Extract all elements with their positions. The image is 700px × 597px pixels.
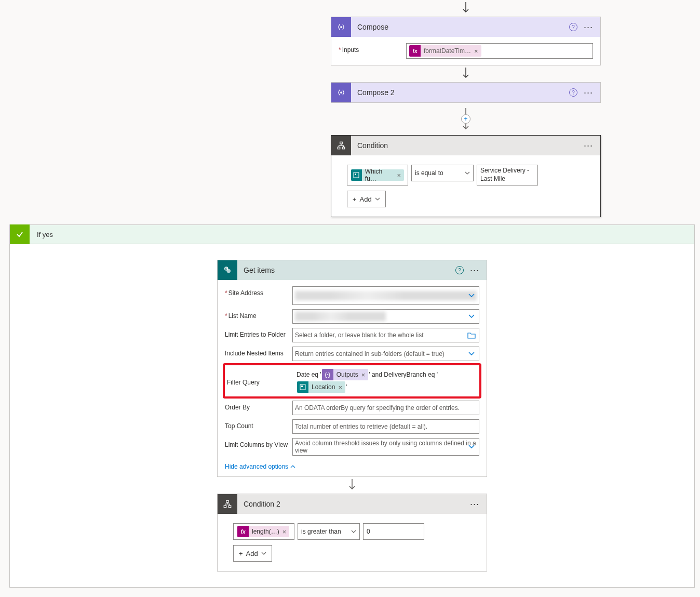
condition2-title: Condition 2 — [237, 500, 469, 508]
chevron-down-icon — [261, 552, 266, 555]
token-remove-icon[interactable]: × — [397, 171, 404, 179]
token-remove-icon[interactable]: × — [282, 528, 290, 536]
compose-title: Compose — [351, 23, 569, 31]
condition-icon — [331, 136, 351, 155]
filter-query-field[interactable]: Date eq ' {·} Outputs × ' and DeliveryBr… — [294, 367, 477, 394]
token-remove-icon[interactable]: × — [338, 383, 345, 391]
condition-operator[interactable]: is equal to — [411, 165, 474, 181]
compose-action: Compose ? ··· *Inputs fx formatDateTim… … — [331, 17, 601, 65]
forms-icon — [351, 169, 362, 181]
condition-icon — [218, 494, 237, 514]
condition-title: Condition — [351, 141, 583, 150]
if-yes-header[interactable]: If yes — [9, 224, 695, 244]
order-by-label: Order By — [225, 401, 292, 411]
condition2-operator[interactable]: is greater than — [298, 523, 360, 540]
site-address-label: *Site Address — [225, 286, 292, 297]
get-items-title: Get items — [237, 266, 455, 274]
list-name-field[interactable] — [292, 309, 479, 324]
chevron-down-icon — [468, 314, 475, 319]
condition2-header[interactable]: Condition 2 ··· — [218, 494, 487, 514]
condition-header[interactable]: Condition ··· — [331, 136, 600, 155]
svg-point-16 — [227, 269, 231, 273]
action-menu-icon[interactable]: ··· — [469, 499, 480, 510]
action-menu-icon[interactable]: ··· — [469, 265, 480, 276]
include-nested-field[interactable]: Return entries contained in sub-folders … — [292, 347, 479, 361]
top-count-field[interactable]: Total number of entries to retrieve (def… — [292, 419, 479, 434]
compose-header[interactable]: Compose ? ··· — [331, 17, 600, 37]
compose2-title: Compose 2 — [351, 88, 569, 97]
chevron-down-icon — [468, 445, 475, 449]
sharepoint-icon: S — [218, 260, 237, 280]
condition-left-value[interactable]: Which fu… × — [347, 165, 408, 185]
chevron-down-icon — [468, 294, 475, 298]
svg-rect-21 — [226, 500, 229, 502]
svg-rect-6 — [340, 142, 343, 144]
condition2-right-value[interactable]: 0 — [363, 523, 424, 540]
get-items-action: S Get items ? ··· *Site Address — [217, 260, 487, 477]
expression-token[interactable]: fx length(…) × — [237, 526, 289, 537]
svg-rect-8 — [342, 147, 345, 149]
location-token[interactable]: Location × — [297, 381, 345, 393]
expression-token[interactable]: fx formatDateTim… × — [409, 45, 481, 57]
expression-icon: {·} — [322, 369, 333, 380]
plus-icon: + — [239, 550, 243, 558]
help-icon[interactable]: ? — [569, 23, 577, 31]
svg-point-3 — [340, 91, 342, 94]
compose-icon — [331, 83, 351, 102]
action-menu-icon[interactable]: ··· — [583, 87, 594, 98]
inputs-label: *Inputs — [339, 43, 406, 54]
add-condition-button[interactable]: + Add — [233, 545, 272, 562]
outputs-token[interactable]: {·} Outputs × — [322, 369, 369, 380]
svg-text:S: S — [225, 267, 227, 270]
if-yes-label: If yes — [30, 231, 53, 238]
chevron-down-icon — [468, 352, 475, 356]
svg-rect-22 — [224, 506, 226, 508]
help-icon[interactable]: ? — [569, 88, 577, 97]
compose2-header[interactable]: Compose 2 ? ··· — [331, 83, 600, 102]
svg-point-1 — [340, 26, 342, 28]
action-menu-icon[interactable]: ··· — [583, 22, 594, 33]
chevron-up-icon — [290, 465, 295, 468]
condition2-action: Condition 2 ··· fx length(…) × — [217, 494, 487, 572]
svg-rect-19 — [301, 386, 303, 387]
svg-rect-14 — [355, 174, 356, 175]
limit-cols-label: Limit Columns by View — [225, 438, 292, 448]
site-address-field[interactable] — [292, 286, 479, 305]
top-count-label: Top Count — [225, 419, 292, 430]
plus-icon: + — [353, 195, 357, 203]
fx-icon: fx — [237, 526, 249, 537]
get-items-header[interactable]: S Get items ? ··· — [218, 260, 487, 280]
action-menu-icon[interactable]: ··· — [583, 140, 594, 151]
chevron-down-icon — [375, 197, 380, 201]
forms-token[interactable]: Which fu… × — [351, 169, 404, 181]
check-icon — [10, 224, 30, 244]
token-remove-icon[interactable]: × — [361, 371, 369, 379]
token-remove-icon[interactable]: × — [474, 47, 481, 55]
include-nested-label: Include Nested Items — [225, 347, 292, 357]
forms-icon — [297, 381, 308, 393]
compose-icon — [331, 17, 351, 37]
limit-folder-field[interactable]: Select a folder, or leave blank for the … — [292, 328, 479, 342]
inputs-field[interactable]: fx formatDateTim… × — [406, 43, 593, 59]
add-condition-button[interactable]: + Add — [347, 191, 386, 207]
order-by-field[interactable]: An ODATA orderBy query for specifying th… — [292, 401, 479, 415]
help-icon[interactable]: ? — [455, 266, 464, 274]
compose2-action[interactable]: Compose 2 ? ··· — [331, 82, 601, 103]
condition2-left-value[interactable]: fx length(…) × — [233, 523, 294, 540]
limit-cols-field[interactable]: Avoid column threshold issues by only us… — [292, 438, 479, 456]
hide-advanced-link[interactable]: Hide advanced options — [225, 463, 295, 470]
svg-rect-23 — [228, 506, 231, 508]
filter-query-label: Filter Query — [227, 376, 294, 386]
add-step-button[interactable]: + — [331, 114, 601, 124]
fx-icon: fx — [409, 45, 421, 57]
condition-right-value[interactable]: Service Delivery - Last Mile — [477, 165, 538, 185]
filter-query-highlight: Filter Query Date eq ' {·} Outputs × ' a… — [223, 363, 481, 399]
condition-action: Condition ··· Which fu… × is equal to Se… — [331, 135, 601, 217]
list-name-label: *List Name — [225, 309, 292, 320]
svg-rect-7 — [338, 147, 340, 149]
limit-folder-label: Limit Entries to Folder — [225, 328, 292, 338]
folder-icon[interactable] — [467, 331, 476, 339]
